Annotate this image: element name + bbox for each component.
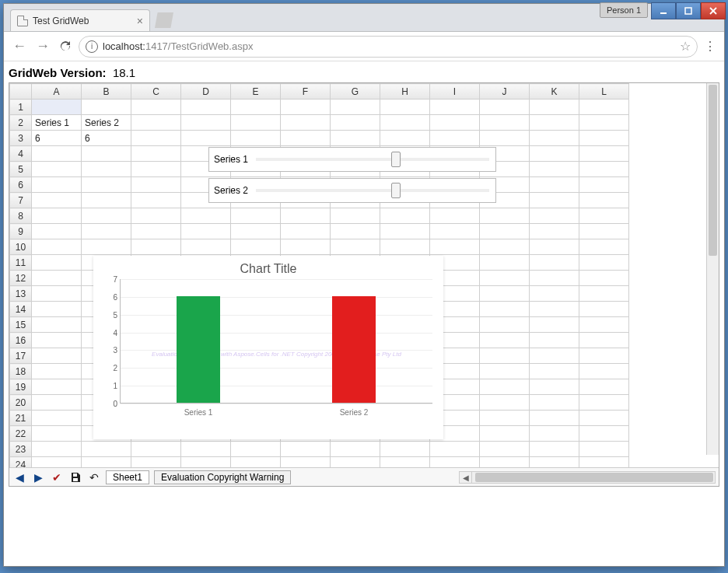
cell-L21[interactable] [579, 411, 629, 426]
row-header-9[interactable]: 9 [10, 224, 32, 239]
cell-K3[interactable] [530, 131, 579, 146]
corner-header[interactable] [10, 84, 32, 100]
col-header-D[interactable]: D [181, 84, 231, 100]
cell-F9[interactable] [281, 224, 331, 239]
cell-A6[interactable] [32, 177, 82, 193]
cell-J2[interactable] [480, 115, 530, 131]
cell-F10[interactable] [281, 239, 331, 255]
cell-D10[interactable] [181, 239, 231, 255]
col-header-E[interactable]: E [231, 84, 281, 100]
slider-track[interactable] [256, 189, 489, 192]
cell-K1[interactable] [530, 100, 579, 115]
cell-K15[interactable] [530, 317, 579, 333]
cell-K24[interactable] [530, 457, 579, 468]
cell-A10[interactable] [32, 239, 82, 255]
cell-D1[interactable] [181, 100, 231, 115]
cell-B6[interactable] [82, 177, 131, 193]
scrollbar-thumb[interactable] [709, 85, 717, 256]
cell-D24[interactable] [181, 457, 231, 468]
row-header-8[interactable]: 8 [10, 208, 32, 224]
scroll-left-icon[interactable]: ◀ [460, 472, 472, 483]
cell-L5[interactable] [579, 162, 629, 177]
cell-A24[interactable] [32, 457, 82, 468]
cell-C24[interactable] [131, 457, 181, 468]
back-button[interactable]: ← [10, 37, 29, 56]
cell-B23[interactable] [82, 442, 131, 457]
cell-A14[interactable] [32, 302, 82, 317]
cell-A5[interactable] [32, 162, 82, 177]
row-header-4[interactable]: 4 [10, 146, 32, 162]
row-header-6[interactable]: 6 [10, 177, 32, 193]
cell-G10[interactable] [331, 239, 380, 255]
cell-A21[interactable] [32, 411, 82, 426]
cell-J21[interactable] [480, 411, 530, 426]
embedded-chart[interactable]: Chart Title Evaluation only. Created wit… [93, 256, 443, 439]
col-header-C[interactable]: C [131, 84, 181, 100]
cell-L3[interactable] [579, 131, 629, 146]
cell-C6[interactable] [131, 177, 181, 193]
row-header-2[interactable]: 2 [10, 115, 32, 131]
cell-I3[interactable] [430, 131, 480, 146]
undo-icon[interactable]: ↶ [87, 470, 101, 484]
cell-H10[interactable] [380, 239, 430, 255]
cell-K19[interactable] [530, 379, 579, 395]
row-header-10[interactable]: 10 [10, 239, 32, 255]
commit-icon[interactable]: ✔ [50, 470, 64, 484]
cell-A11[interactable] [32, 255, 82, 271]
window-minimize-button[interactable] [651, 2, 676, 19]
cell-K8[interactable] [530, 208, 579, 224]
cell-H3[interactable] [380, 131, 430, 146]
new-tab-button[interactable] [155, 12, 173, 28]
cell-C23[interactable] [131, 442, 181, 457]
vertical-scrollbar[interactable] [706, 83, 719, 455]
nav-next-icon[interactable]: ▶ [31, 470, 45, 484]
cell-L17[interactable] [579, 348, 629, 364]
cell-I2[interactable] [430, 115, 480, 131]
col-header-A[interactable]: A [32, 84, 82, 100]
col-header-F[interactable]: F [281, 84, 331, 100]
cell-K11[interactable] [530, 255, 579, 271]
cell-D9[interactable] [181, 224, 231, 239]
col-header-H[interactable]: H [380, 84, 430, 100]
cell-K6[interactable] [530, 177, 579, 193]
site-info-icon[interactable]: i [86, 40, 98, 53]
cell-A23[interactable] [32, 442, 82, 457]
col-header-L[interactable]: L [579, 84, 629, 100]
cell-G8[interactable] [331, 208, 380, 224]
cell-D3[interactable] [181, 131, 231, 146]
cell-B2[interactable]: Series 2 [82, 115, 131, 131]
browser-tab[interactable]: Test GridWeb × [10, 9, 150, 31]
cell-J24[interactable] [480, 457, 530, 468]
cell-F1[interactable] [281, 100, 331, 115]
cell-B10[interactable] [82, 239, 131, 255]
cell-G2[interactable] [331, 115, 380, 131]
window-maximize-button[interactable] [676, 2, 701, 19]
row-header-14[interactable]: 14 [10, 302, 32, 317]
cell-A22[interactable] [32, 426, 82, 442]
sheet-tab-sheet1[interactable]: Sheet1 [106, 470, 149, 484]
cell-K20[interactable] [530, 395, 579, 411]
cell-J22[interactable] [480, 426, 530, 442]
cell-G1[interactable] [331, 100, 380, 115]
cell-L16[interactable] [579, 333, 629, 348]
series1-slider[interactable]: Series 1 [208, 147, 496, 172]
cell-J14[interactable] [480, 302, 530, 317]
cell-C2[interactable] [131, 115, 181, 131]
cell-H1[interactable] [380, 100, 430, 115]
col-header-B[interactable]: B [82, 84, 131, 100]
cell-A3[interactable]: 6 [32, 131, 82, 146]
cell-F2[interactable] [281, 115, 331, 131]
sheet-tab-evaluation[interactable]: Evaluation Copyright Warning [154, 470, 291, 484]
cell-K9[interactable] [530, 224, 579, 239]
bookmark-star-icon[interactable]: ☆ [680, 39, 691, 54]
cell-K7[interactable] [530, 193, 579, 208]
cell-C1[interactable] [131, 100, 181, 115]
cell-B3[interactable]: 6 [82, 131, 131, 146]
cell-A12[interactable] [32, 271, 82, 286]
cell-F8[interactable] [281, 208, 331, 224]
cell-I1[interactable] [430, 100, 480, 115]
cell-A13[interactable] [32, 286, 82, 302]
cell-C5[interactable] [131, 162, 181, 177]
cell-I9[interactable] [430, 224, 480, 239]
cell-A9[interactable] [32, 224, 82, 239]
